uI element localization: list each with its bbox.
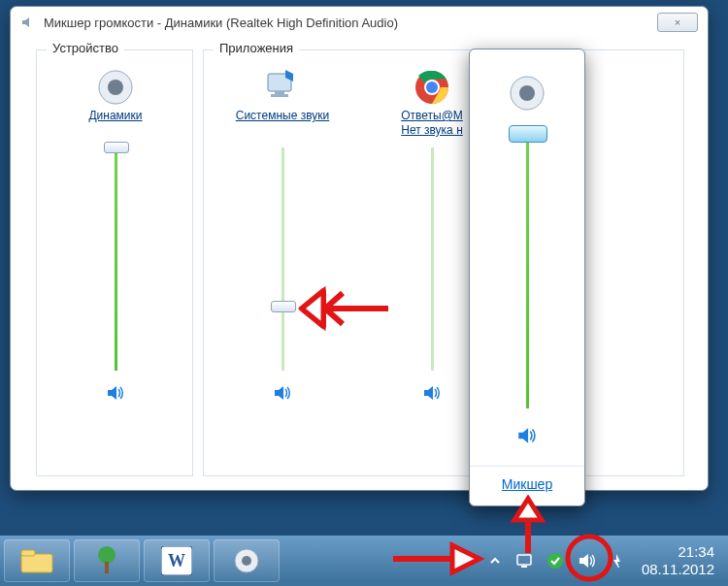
channel-systemsounds: Системные звуки [210, 60, 355, 468]
system-sounds-icon[interactable] [261, 66, 304, 109]
volume-slider-system[interactable] [210, 147, 355, 371]
popup-speaker-icon[interactable] [506, 71, 548, 115]
svg-point-20 [242, 556, 251, 566]
svg-point-12 [519, 85, 535, 101]
mute-button-chrome[interactable] [421, 382, 443, 409]
tray-network-icon[interactable] [515, 552, 533, 570]
taskbar: W 21:34 08.11.2012 [0, 536, 728, 586]
clock-date: 08.11.2012 [642, 561, 714, 578]
sound-on-icon [421, 382, 443, 404]
svg-point-23 [547, 553, 563, 569]
svg-rect-14 [21, 550, 35, 556]
taskbar-word[interactable]: W [144, 539, 210, 582]
mixer-link[interactable]: Микшер [470, 466, 584, 505]
tray-shield-icon[interactable] [546, 552, 564, 570]
device-speaker-icon[interactable] [94, 66, 137, 109]
svg-rect-21 [517, 555, 531, 565]
mute-button-device[interactable] [105, 382, 126, 409]
popup-volume-slider[interactable] [470, 127, 584, 408]
svg-point-7 [426, 81, 438, 93]
apps-section: Приложения Системные звуки [203, 49, 684, 476]
tray-volume-icon[interactable] [578, 551, 597, 570]
svg-rect-3 [275, 91, 284, 94]
tray-chevron-icon[interactable] [488, 554, 502, 568]
svg-text:W: W [168, 551, 185, 570]
sound-on-icon [105, 382, 126, 404]
volume-popup: Микшер [469, 49, 585, 506]
svg-rect-22 [521, 566, 527, 568]
device-section-label: Устройство [47, 41, 124, 55]
svg-point-1 [108, 80, 123, 95]
window-title: Микшер громкости - Динамики (Realtek Hig… [44, 16, 657, 30]
tray: 21:34 08.11.2012 [488, 543, 722, 578]
sound-on-icon [515, 424, 539, 447]
channel-device: Динамики [43, 60, 188, 409]
taskbar-explorer[interactable] [4, 539, 70, 582]
channel-name[interactable]: Ответы@M Нет звука н [401, 109, 463, 142]
svg-rect-13 [21, 554, 52, 572]
svg-rect-16 [105, 562, 109, 573]
apps-section-label: Приложения [214, 41, 299, 55]
clock[interactable]: 21:34 08.11.2012 [642, 543, 718, 578]
svg-point-15 [98, 546, 116, 564]
taskbar-volume-mixer[interactable] [214, 539, 280, 582]
popup-mute-button[interactable] [515, 424, 539, 451]
mute-button-system[interactable] [272, 382, 293, 409]
tray-power-icon[interactable] [611, 552, 628, 570]
speaker-icon [20, 15, 36, 30]
volume-slider-device[interactable] [43, 147, 188, 371]
sound-on-icon [272, 382, 293, 404]
svg-rect-4 [271, 94, 288, 97]
channel-name[interactable]: Системные звуки [236, 109, 329, 142]
channel-name[interactable]: Динамики [88, 109, 142, 142]
clock-time: 21:34 [642, 543, 714, 561]
titlebar[interactable]: Микшер громкости - Динамики (Realtek Hig… [11, 7, 708, 38]
taskbar-app-tree[interactable] [74, 539, 140, 582]
chrome-icon[interactable] [411, 66, 453, 109]
close-button[interactable]: × [657, 13, 698, 32]
volume-mixer-window: Микшер громкости - Динамики (Realtek Hig… [10, 6, 709, 491]
device-section: Устройство Динамики [36, 49, 193, 476]
close-icon: × [675, 16, 680, 28]
